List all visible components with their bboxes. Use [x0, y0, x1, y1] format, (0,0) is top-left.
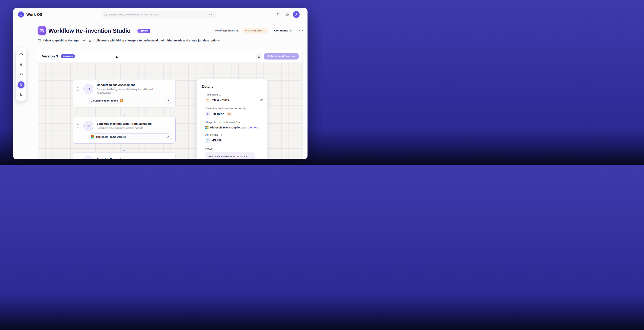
compass-icon: [19, 63, 23, 67]
agent-avatar-badge: c: [120, 99, 124, 103]
step-description: Scheduled meeting times, Meeting agenda: [97, 126, 166, 130]
delta-percent-badge: 0%: [226, 112, 232, 116]
step-card-02[interactable]: 02 Schedule Meetings with Hiring Manager…: [73, 117, 176, 144]
time-taken-row: Time taken 2h 45 mins: [202, 93, 262, 103]
step-title: Draft Job Descriptions: [97, 157, 170, 159]
status-value: In progress: [248, 29, 262, 32]
time-delta-row: Time delta from previous version +0 mins…: [202, 107, 262, 116]
step-description: Documented hiring needs, List of require…: [97, 87, 166, 95]
settings-button[interactable]: [284, 12, 290, 18]
roadmap-status-dropdown[interactable]: In progress: [243, 28, 268, 34]
workflow-icon: [40, 28, 44, 33]
sidebar-item-workflow-studio[interactable]: [18, 81, 24, 88]
app-title: Work OS: [26, 13, 42, 17]
workos-logo[interactable]: [18, 12, 24, 18]
question-icon: ?: [277, 13, 279, 16]
microsoft-logo-icon: [205, 126, 208, 129]
info-icon[interactable]: [243, 107, 246, 110]
gear-icon: [286, 13, 289, 16]
step-title: Schedule Meetings with Hiring Managers: [97, 122, 170, 125]
agent-label: 1 suitable agent found: [91, 99, 118, 102]
sparkles-icon: [19, 93, 23, 97]
step-menu-button[interactable]: [170, 122, 172, 127]
chevron-down-icon: [166, 99, 169, 102]
connector-arrow: [124, 106, 124, 117]
workflow-icon: [19, 83, 23, 87]
ai-potential-label: AI Potential: [205, 133, 218, 136]
layers-stack-icon: [19, 73, 23, 77]
more-options-button[interactable]: [300, 30, 303, 31]
search-shortcut-badge: ⌘K: [208, 13, 214, 17]
workflow-canvas[interactable]: 01 Conduct Needs Assessment Documented h…: [38, 63, 302, 159]
global-search[interactable]: ⌘K: [102, 11, 216, 18]
help-button[interactable]: ?: [275, 12, 281, 18]
agents-others-link[interactable]: 2 others: [248, 126, 258, 129]
edit-time-button[interactable]: [260, 98, 263, 102]
app-window: Work OS ⌘K ? Workflow Re–invention Studi…: [13, 8, 308, 159]
workflow-studio-icon: [38, 26, 46, 35]
step-menu-button[interactable]: [170, 85, 172, 90]
step-card-03[interactable]: 03 Draft Job Descriptions Initial job de…: [73, 152, 176, 159]
stack-icon: [88, 39, 92, 42]
hourglass-icon: [205, 98, 210, 103]
ai-potential-value: 49.4%: [212, 138, 222, 142]
notes-text[interactable]: Leverage Linkedin Hiring Assistant, Anal…: [205, 152, 255, 159]
pencil-icon: [260, 98, 263, 102]
step-number: 03: [83, 156, 93, 159]
step-title: Conduct Needs Assessment: [97, 83, 170, 87]
info-icon[interactable]: [236, 29, 239, 32]
time-taken-label: Time taken: [205, 93, 218, 96]
comments-button[interactable]: Comments 0: [274, 29, 292, 32]
people-icon: [38, 39, 41, 42]
power-icon: [20, 13, 23, 16]
breadcrumb: Talent Acquisition Manager Collaborate w…: [38, 39, 220, 42]
sidebar-item-library[interactable]: [18, 71, 24, 78]
agents-joiner: and: [242, 126, 246, 129]
comments-label: Comments: [274, 29, 288, 32]
chevron-down-icon: [263, 29, 266, 32]
step-menu-button[interactable]: [170, 158, 172, 159]
user-avatar[interactable]: [293, 11, 300, 18]
notes-label: Notes: [205, 147, 212, 150]
microsoft-logo-icon: [91, 135, 94, 138]
prompt-sparkle-icon: [19, 52, 23, 57]
comments-count: 0: [290, 29, 292, 32]
sidebar-item-ai-tools[interactable]: [18, 91, 24, 98]
chevron-down-icon: [166, 135, 169, 138]
roadmap-status-label: Roadmap Status: [215, 29, 239, 32]
connector-arrow: [124, 143, 124, 152]
agent-dropdown[interactable]: Microsoft Teams Copilot: [88, 133, 172, 140]
sidebar-item-prompts[interactable]: [18, 51, 24, 58]
time-taken-value: 2h 45 mins: [212, 98, 229, 102]
role-name: Talent Acquisition Manager: [43, 39, 80, 42]
info-icon[interactable]: [219, 93, 222, 96]
workflow-board: Version 3 Published Publish workflow: [38, 50, 302, 159]
search-icon: [104, 13, 107, 16]
agent-label: Microsoft Teams Copilot: [96, 135, 126, 138]
hourglass-icon: [205, 112, 210, 116]
person-icon: [294, 13, 298, 16]
published-badge: Published: [60, 54, 75, 58]
publish-workflow-button[interactable]: Publish workflow: [264, 53, 299, 60]
agents-primary: Microsoft Teams Copilot: [210, 126, 240, 129]
role-description: Collaborate with hiring managers to unde…: [94, 39, 220, 42]
version-bar: Version 3 Published Publish workflow: [38, 50, 302, 63]
download-button[interactable]: [256, 53, 262, 59]
step-card-01[interactable]: 01 Conduct Needs Assessment Documented h…: [73, 79, 176, 107]
version-title: Version 3: [42, 54, 58, 58]
sidebar-item-design[interactable]: [18, 61, 24, 68]
details-title: Details: [202, 85, 262, 89]
ai-agents-row: AI agents used in this workflow Microsof…: [202, 121, 262, 129]
step-number: 02: [83, 121, 93, 131]
notes-row: Notes Leverage Linkedin Hiring Assistant…: [202, 147, 262, 159]
search-input[interactable]: [109, 13, 208, 16]
drag-handle-icon[interactable]: [77, 87, 79, 91]
ai-agents-label: AI agents used in this workflow: [205, 121, 240, 124]
drag-handle-icon[interactable]: [77, 124, 79, 128]
download-icon: [257, 55, 260, 58]
agent-dropdown[interactable]: 1 suitable agent found c: [88, 97, 172, 104]
page-title: Workflow Re–invention Studio: [48, 28, 130, 34]
arrow-right-icon: [82, 39, 86, 42]
info-icon[interactable]: [220, 134, 222, 136]
time-delta-value: +0 mins: [212, 112, 224, 116]
